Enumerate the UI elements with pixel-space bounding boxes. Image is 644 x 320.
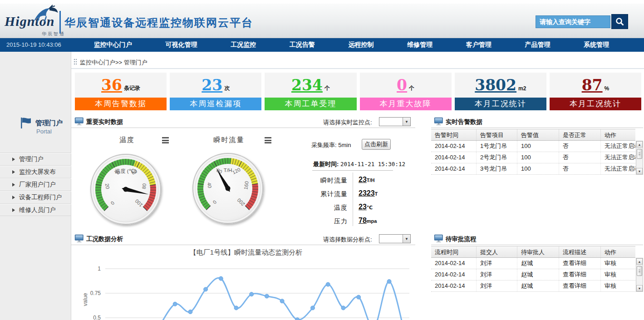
breadcrumb[interactable]: 监控中心门户>> 管理门户: [80, 59, 147, 67]
sidebar-item-0[interactable]: 管理门户: [0, 153, 71, 165]
nav-item-2[interactable]: 工况监控: [227, 41, 260, 49]
temperature-gauge: 020406080100温度 (℃): [87, 151, 164, 228]
nav-datetime: 2015-10-19 10:43:06: [6, 38, 61, 52]
monitor-icon: [434, 234, 443, 243]
gauge1-menu-icon[interactable]: [162, 137, 169, 145]
nav-item-1[interactable]: 可视化管理: [162, 41, 201, 49]
stat-card-0[interactable]: 36条记录本周告警数据: [75, 73, 167, 110]
stat-card-label[interactable]: 本月重大故障: [360, 98, 452, 110]
stat-card-value[interactable]: 23: [202, 78, 222, 93]
stat-card-label[interactable]: 本月工况统计: [455, 98, 546, 110]
table-row[interactable]: 2014-02-14刘洋赵城查看详细审核: [431, 269, 635, 281]
scroll-thumb[interactable]: [637, 266, 642, 276]
stat-card-4[interactable]: 3802m2本月工况统计: [455, 73, 546, 110]
reading-label: 累计流量: [320, 190, 348, 198]
stat-card-3[interactable]: 0个本月重大故障: [360, 73, 452, 110]
column-header: 是否正常: [559, 129, 601, 140]
latest-time-label: 最新时间:: [313, 161, 339, 167]
sidebar-item-2[interactable]: 厂家用户门户: [0, 178, 71, 191]
nav-items: 监控中心门户可视化管理工况监控工况告警远程控制维修管理客户管理产品管理系统管理: [77, 38, 626, 52]
table-cell: 3号龙门吊: [477, 163, 517, 174]
stat-card-value[interactable]: 234: [291, 78, 323, 93]
analysis-point-select[interactable]: ▼: [379, 234, 411, 243]
gauge2-menu-icon[interactable]: [265, 137, 271, 145]
scroll-up-icon[interactable]: ▲: [636, 258, 643, 265]
search-input[interactable]: [536, 15, 610, 28]
data-point-marker: [250, 292, 254, 296]
scroll-thumb[interactable]: [637, 149, 642, 159]
nav-item-7[interactable]: 产品管理: [521, 41, 554, 49]
portal-subtitle: Portal: [36, 128, 52, 135]
data-point-marker: [265, 294, 269, 298]
sidebar-item-3[interactable]: 设备工程师门户: [0, 191, 71, 203]
search-button[interactable]: [611, 14, 628, 29]
table-cell[interactable]: 查看详细: [559, 269, 601, 280]
sidebar-item-4[interactable]: 维修人员门户: [0, 203, 71, 216]
data-point-marker: [341, 306, 345, 310]
reading-value[interactable]: 78mpa: [359, 217, 377, 225]
gauge-inner-label: T/H: [224, 167, 232, 173]
stat-card-value[interactable]: 0: [397, 78, 407, 93]
table-cell[interactable]: 审核: [601, 269, 635, 280]
stat-card-unit: %: [605, 85, 610, 92]
alarm-table-scrollbar[interactable]: ▲ ▼: [636, 141, 643, 175]
table-cell[interactable]: 审核: [601, 258, 635, 269]
table-row[interactable]: 2014-02-143号龙门吊100否无法正常启动: [431, 163, 635, 175]
table-cell: 2014-02-14: [431, 281, 477, 291]
table-row[interactable]: 2014-02-14刘洋赵城查看详细审核: [431, 281, 635, 292]
stat-card-label[interactable]: 本周告警数据: [75, 98, 167, 110]
reading-value[interactable]: 23T/H: [359, 176, 375, 184]
stat-card-value[interactable]: 36: [101, 78, 122, 93]
reading-value[interactable]: 2323T: [359, 189, 378, 197]
stat-cards: 36条记录本周告警数据23次本周巡检漏项234个本周工单受理0个本月重大故障38…: [75, 73, 641, 110]
table-cell: 无法正常启动: [601, 163, 635, 174]
table-cell[interactable]: 查看详细: [559, 281, 601, 291]
table-row[interactable]: 2014-02-141号龙门吊100否无法正常启动: [431, 141, 635, 152]
stat-card-value[interactable]: 87: [582, 78, 603, 93]
stat-card-value[interactable]: 3802: [475, 78, 516, 93]
table-row[interactable]: 2014-02-14刘洋赵城查看详细审核: [431, 258, 635, 269]
sample-frequency-label: 采集频率: 5min: [311, 141, 351, 149]
logo-subtext: 华辰智通: [42, 31, 65, 37]
stat-card-1[interactable]: 23次本周巡检漏项: [170, 73, 261, 110]
reading-row-2: 温度23℃: [307, 201, 402, 215]
scroll-down-icon[interactable]: ▼: [636, 285, 643, 291]
stat-card-label[interactable]: 本周巡检漏项: [170, 98, 261, 110]
reading-row-0: 瞬时流量23T/H: [307, 174, 402, 187]
table-cell: 否: [559, 152, 601, 163]
stat-card-value-area: 36条记录: [75, 73, 167, 98]
table-cell: 刘洋: [477, 269, 517, 280]
section-title-realtime: 重要实时数据: [86, 118, 123, 126]
data-point-marker: [204, 287, 208, 291]
table-cell[interactable]: 查看详细: [559, 258, 601, 269]
arrow-right-icon: [12, 170, 15, 174]
scroll-down-icon[interactable]: ▼: [636, 168, 643, 174]
table-cell: 2014-02-14: [431, 163, 477, 174]
stat-card-label[interactable]: 本月工况统计: [550, 98, 641, 110]
section-underline: [71, 128, 415, 128]
refresh-button[interactable]: 点击刷新: [362, 139, 391, 150]
column-header: 待审批人: [517, 246, 559, 257]
sidebar-item-1[interactable]: 监控大屏发布: [0, 165, 71, 178]
nav-item-4[interactable]: 远程控制: [344, 41, 377, 49]
scroll-up-icon[interactable]: ▲: [636, 141, 643, 148]
stat-card-2[interactable]: 234个本周工单受理: [265, 73, 356, 110]
table-cell[interactable]: 审核: [601, 281, 635, 291]
nav-item-0[interactable]: 监控中心门户: [90, 41, 136, 49]
realtime-point-select[interactable]: ▼: [379, 117, 411, 126]
table-row[interactable]: 2014-02-142号龙门吊100否无法正常启动: [431, 152, 635, 163]
nav-item-6[interactable]: 客户管理: [462, 41, 495, 49]
nav-item-8[interactable]: 系统管理: [580, 41, 613, 49]
section-underline: [71, 245, 415, 245]
stat-card-label[interactable]: 本周工单受理: [265, 98, 356, 110]
nav-item-5[interactable]: 维修管理: [403, 41, 436, 49]
nav-item-3[interactable]: 工况告警: [286, 41, 319, 49]
reading-row-3: 压力78mpa: [307, 215, 402, 228]
approval-table-scrollbar[interactable]: ▲ ▼: [636, 258, 643, 292]
stat-card-5[interactable]: 87%本月工况统计: [550, 73, 641, 110]
table-cell: 否: [559, 163, 601, 174]
stat-card-unit: 个: [409, 84, 414, 92]
data-point-marker: [326, 282, 330, 286]
reading-value[interactable]: 23℃: [359, 203, 373, 211]
y-axis-tick-label: 0.75: [90, 290, 101, 296]
